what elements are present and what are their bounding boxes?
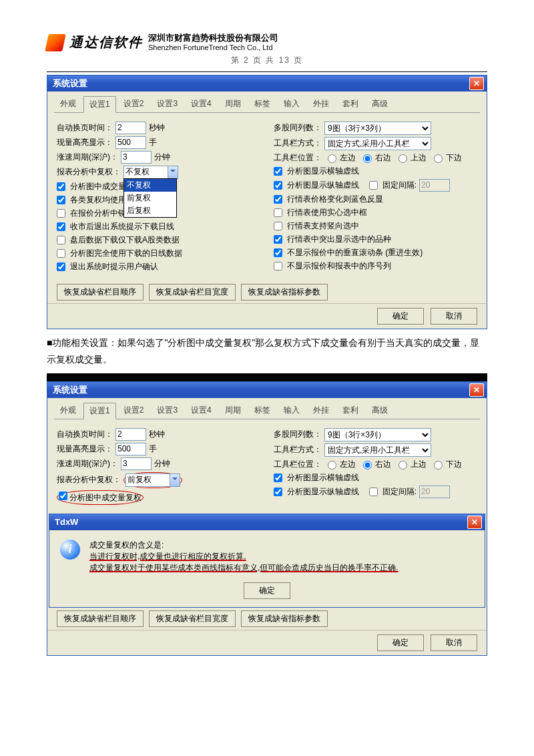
- close-icon[interactable]: ✕: [469, 383, 484, 397]
- tab-高级[interactable]: 高级: [366, 96, 394, 112]
- label: 报表分析中复权：: [57, 166, 121, 178]
- tab-设置2[interactable]: 设置2: [117, 402, 150, 419]
- tab-输入[interactable]: 输入: [278, 96, 306, 112]
- tab-套利[interactable]: 套利: [336, 96, 364, 112]
- tab-外挂[interactable]: 外挂: [307, 96, 335, 112]
- toolbar-select[interactable]: 固定方式,采用小工具栏: [324, 443, 431, 457]
- cancel-button[interactable]: 取消: [431, 308, 477, 325]
- label: 工具栏方式：: [274, 138, 322, 149]
- checkbox[interactable]: [274, 222, 282, 230]
- tab-设置1[interactable]: 设置1: [83, 403, 116, 419]
- close-icon[interactable]: ✕: [467, 516, 482, 529]
- tab-标签[interactable]: 标签: [248, 402, 276, 419]
- multi-select[interactable]: 9图（3行×3列）: [324, 122, 431, 135]
- checkbox[interactable]: [57, 222, 65, 231]
- highlight-input[interactable]: [115, 443, 146, 455]
- tab-外观[interactable]: 外观: [54, 96, 82, 112]
- checkbox[interactable]: [274, 474, 282, 482]
- tab-外观[interactable]: 外观: [54, 402, 82, 419]
- restore-width-button[interactable]: 恢复成缺省栏目宽度: [149, 284, 236, 301]
- checkbox[interactable]: [57, 196, 65, 204]
- titlebar[interactable]: 系统设置 ✕: [47, 382, 487, 398]
- radio-下边[interactable]: 下边: [431, 152, 462, 164]
- checkbox[interactable]: [57, 236, 65, 244]
- ok-button[interactable]: 确定: [244, 582, 290, 599]
- dropdown-option[interactable]: 后复权: [124, 204, 176, 217]
- tab-输入[interactable]: 输入: [278, 402, 306, 419]
- tab-设置1[interactable]: 设置1: [83, 96, 116, 113]
- window-title: TdxW: [52, 517, 78, 527]
- restore-order-button[interactable]: 恢复成缺省栏目顺序: [57, 284, 144, 301]
- report-dropdown[interactable]: 前复权: [125, 474, 180, 487]
- body-text: ■功能相关设置：如果勾选了"分析图中成交量复权"那么复权方式下成交量会有别于当天…: [47, 335, 487, 368]
- label: 现量高亮显示：: [57, 137, 113, 148]
- checkbox[interactable]: [57, 249, 65, 258]
- checkbox[interactable]: [274, 167, 282, 176]
- report-dropdown[interactable]: 不复权 不复权前复权后复权: [123, 166, 178, 179]
- radio-左边[interactable]: 左边: [324, 459, 356, 470]
- tab-周期[interactable]: 周期: [219, 402, 247, 419]
- radio-下边[interactable]: 下边: [431, 459, 462, 470]
- settings-window-2: 系统设置 ✕ 外观设置1设置2设置3设置4周期标签输入外挂套利高级 自动换页时间…: [47, 381, 487, 656]
- checkbox[interactable]: [274, 488, 282, 496]
- speed-input[interactable]: [121, 151, 152, 164]
- window-title: 系统设置: [50, 384, 87, 396]
- tab-设置3[interactable]: 设置3: [151, 96, 184, 112]
- checkbox[interactable]: [274, 195, 282, 204]
- tab-bar: 外观设置1设置2设置3设置4周期标签输入外挂套利高级: [47, 398, 487, 419]
- toolbar-select[interactable]: 固定方式,采用小工具栏: [324, 137, 431, 150]
- checkbox[interactable]: [59, 492, 67, 500]
- chevron-down-icon: [168, 166, 178, 178]
- chevron-down-icon: [170, 474, 180, 486]
- tab-高级[interactable]: 高级: [366, 402, 394, 419]
- checkbox[interactable]: [57, 262, 65, 271]
- tab-标签[interactable]: 标签: [248, 96, 276, 112]
- dropdown-option[interactable]: 前复权: [124, 192, 176, 204]
- tab-外挂[interactable]: 外挂: [307, 402, 335, 419]
- radio-上边[interactable]: 上边: [395, 152, 427, 164]
- auto-page-input[interactable]: [115, 122, 146, 134]
- restore-param-button[interactable]: 恢复成缺省指标参数: [241, 610, 328, 627]
- checkbox[interactable]: [274, 208, 282, 217]
- restore-width-button[interactable]: 恢复成缺省栏目宽度: [149, 610, 236, 627]
- restore-order-button[interactable]: 恢复成缺省栏目顺序: [57, 610, 144, 627]
- checkbox[interactable]: [57, 182, 65, 191]
- restore-param-button[interactable]: 恢复成缺省指标参数: [241, 284, 328, 301]
- divider: [47, 71, 487, 72]
- radio-右边[interactable]: 右边: [360, 459, 391, 470]
- titlebar[interactable]: TdxW ✕: [49, 514, 485, 530]
- checkbox[interactable]: [274, 181, 282, 190]
- tab-设置4[interactable]: 设置4: [185, 96, 218, 112]
- auto-page-input[interactable]: [115, 428, 146, 441]
- highlight-input[interactable]: [115, 136, 146, 149]
- cancel-button[interactable]: 取消: [431, 634, 477, 651]
- dropdown-option[interactable]: 不复权: [124, 179, 176, 192]
- ok-button[interactable]: 确定: [377, 308, 424, 325]
- label: 自动换页时间：: [57, 122, 113, 134]
- label: 涨速周期(深沪)：: [57, 152, 118, 163]
- checkbox[interactable]: [57, 209, 65, 218]
- gap-input: [419, 179, 450, 192]
- checkbox[interactable]: [369, 181, 378, 190]
- label: 多股同列数：: [274, 122, 322, 134]
- titlebar[interactable]: 系统设置 ✕: [47, 75, 487, 91]
- radio-右边[interactable]: 右边: [360, 152, 391, 164]
- checkbox[interactable]: [274, 235, 282, 244]
- logo-text: 通达信软件: [69, 33, 143, 51]
- ok-button[interactable]: 确定: [377, 634, 424, 651]
- radio-左边[interactable]: 左边: [324, 152, 356, 164]
- checkbox[interactable]: [369, 488, 378, 496]
- speed-input[interactable]: [121, 457, 152, 470]
- tab-设置4[interactable]: 设置4: [185, 402, 218, 419]
- checkbox[interactable]: [274, 248, 282, 257]
- checkbox[interactable]: [274, 262, 282, 270]
- tab-套利[interactable]: 套利: [336, 402, 364, 419]
- window-title: 系统设置: [50, 77, 87, 89]
- tab-设置2[interactable]: 设置2: [117, 96, 150, 112]
- multi-select[interactable]: 9图（3行×3列）: [324, 428, 431, 441]
- tab-周期[interactable]: 周期: [219, 96, 247, 112]
- close-icon[interactable]: ✕: [469, 77, 484, 90]
- tab-设置3[interactable]: 设置3: [151, 402, 184, 419]
- radio-上边[interactable]: 上边: [395, 459, 427, 470]
- label: 工具栏位置：: [274, 152, 322, 164]
